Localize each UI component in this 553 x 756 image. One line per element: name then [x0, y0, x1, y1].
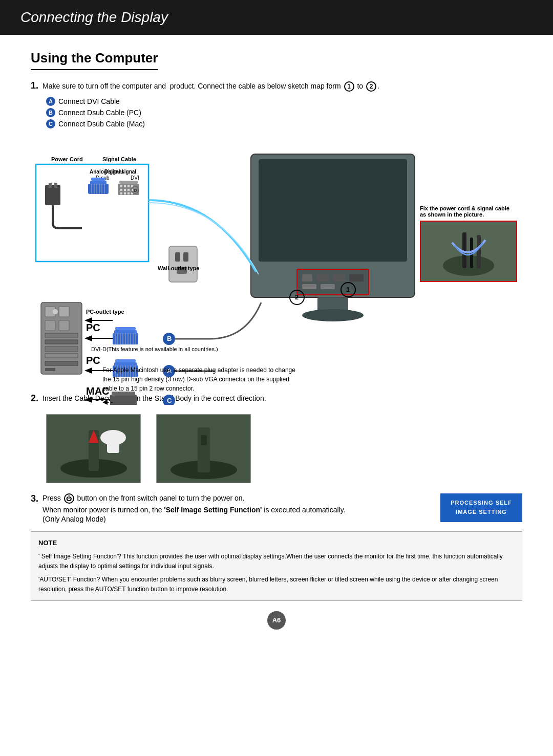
badge-a: A: [46, 97, 55, 106]
svg-rect-109: [333, 274, 345, 282]
svg-rect-11: [90, 181, 107, 185]
svg-rect-35: [169, 246, 197, 282]
svg-point-118: [443, 255, 494, 276]
svg-rect-47: [45, 340, 78, 344]
step3-analog-mode: (Only Analog Mode): [42, 515, 106, 523]
svg-rect-23: [127, 185, 130, 187]
cable-c-text: Connect Dsub Cable (Mac): [58, 120, 145, 128]
circle-1: 1: [344, 81, 354, 92]
svg-rect-43: [59, 307, 69, 317]
cable-list: A Connect DVI Cable B Connect Dsub Cable…: [46, 97, 522, 128]
note-title: NOTE: [38, 538, 515, 549]
svg-rect-130: [198, 427, 210, 472]
step2-photo-2: [156, 414, 251, 483]
svg-rect-22: [124, 185, 126, 187]
svg-text:Wall-outlet type: Wall-outlet type: [158, 265, 199, 271]
svg-point-102: [302, 309, 364, 321]
note-content1: ' Self Image Setting Function'? This fun…: [38, 552, 515, 571]
svg-rect-7: [45, 185, 60, 205]
svg-rect-29: [120, 192, 122, 195]
callout-box: Fix the power cord & signal cable as sho…: [420, 205, 517, 282]
step1-content: 1. Make sure to turn off the computer an…: [31, 80, 522, 128]
self-image-line1: PROCESSING SELF: [449, 499, 514, 508]
svg-rect-60: [115, 327, 136, 330]
svg-text:PC: PC: [86, 355, 100, 366]
svg-rect-110: [349, 274, 364, 282]
step1-desc: Make sure to turn off the computer and p…: [42, 80, 379, 92]
page-title: Connecting the Display: [20, 9, 533, 26]
callout-photo: [420, 221, 517, 282]
svg-rect-36: [175, 252, 180, 262]
svg-rect-45: [59, 320, 69, 331]
svg-text:Power Cord: Power Cord: [51, 156, 83, 162]
step3-text-after: button on the front switch panel to turn…: [77, 494, 245, 502]
svg-rect-37: [183, 252, 188, 262]
svg-rect-46: [45, 333, 78, 337]
svg-text:DVI-D(This feature is not avai: DVI-D(This feature is not available in a…: [91, 346, 218, 352]
cable-item-b: B Connect Dsub Cable (PC): [46, 108, 522, 117]
svg-rect-21: [120, 185, 122, 187]
svg-rect-27: [127, 189, 130, 191]
svg-rect-20: [119, 181, 138, 184]
svg-rect-10: [88, 184, 109, 194]
self-image-box: PROCESSING SELF IMAGE SETTING: [440, 493, 522, 522]
svg-marker-56: [84, 335, 92, 341]
svg-rect-112: [321, 284, 335, 289]
svg-text:C: C: [167, 397, 172, 404]
cable-item-a: A Connect DVI Cable: [46, 97, 522, 106]
svg-text:B: B: [167, 335, 172, 342]
step1-number: 1.: [31, 80, 38, 91]
callout-text: Fix the power cord & signal cable as sho…: [420, 205, 517, 218]
svg-rect-30: [124, 192, 126, 195]
svg-rect-108: [316, 274, 329, 282]
svg-marker-74: [84, 368, 92, 374]
step3-number: 3.: [31, 493, 38, 504]
svg-rect-121: [477, 235, 481, 268]
svg-rect-111: [302, 284, 316, 289]
svg-rect-50: [45, 361, 78, 365]
svg-text:1: 1: [346, 286, 350, 293]
cable-a-text: Connect DVI Cable: [58, 97, 120, 105]
step3-bold: 'Self Image Setting Function': [164, 506, 262, 514]
svg-rect-106: [297, 269, 369, 295]
cable-item-c: C Connect Dsub Cable (Mac): [46, 119, 522, 128]
svg-rect-25: [120, 189, 122, 191]
note-content2: 'AUTO/SET' Function? When you encounter …: [38, 575, 515, 594]
badge-c: C: [46, 119, 55, 128]
svg-text:PC-outlet type: PC-outlet type: [86, 309, 124, 315]
svg-rect-127: [107, 438, 119, 453]
circle-2: 2: [366, 81, 376, 92]
svg-rect-107: [302, 274, 312, 282]
svg-rect-8: [49, 183, 52, 188]
svg-rect-78: [115, 359, 136, 362]
main-diagram: Power Cord Signal Cable Analog signal D-…: [31, 139, 522, 393]
svg-text:Digital signal: Digital signal: [104, 169, 136, 175]
step3-content: Press ⏻ button on the front switch panel…: [42, 493, 522, 523]
svg-rect-131: [201, 435, 207, 445]
svg-rect-48: [45, 347, 78, 352]
svg-text:Signal Cable: Signal Cable: [102, 156, 136, 162]
svg-rect-49: [45, 354, 78, 358]
note-box: NOTE ' Self Image Setting Function'? Thi…: [31, 531, 522, 601]
svg-marker-91: [84, 397, 92, 403]
step2-photo-1: [46, 414, 141, 483]
svg-rect-105: [259, 159, 407, 262]
page-badge: A6: [267, 611, 286, 630]
page-number-area: A6: [31, 611, 522, 630]
svg-text:2: 2: [295, 293, 299, 301]
cable-b-text: Connect Dsub Cable (PC): [58, 109, 141, 117]
svg-text:PC: PC: [86, 322, 100, 333]
step2-images: [46, 414, 522, 483]
section-title: Using the Computer: [31, 50, 158, 70]
self-image-line2: IMAGE SETTING: [449, 508, 514, 517]
power-icon: ⏻: [64, 493, 74, 504]
svg-rect-9: [54, 183, 57, 188]
header-bar: Connecting the Display: [0, 0, 553, 35]
svg-rect-93: [110, 395, 137, 405]
svg-text:DVI: DVI: [131, 175, 139, 181]
svg-rect-51: [45, 368, 55, 371]
svg-point-42: [53, 309, 58, 314]
step3-row: 3. Press ⏻ button on the front switch pa…: [31, 493, 522, 523]
svg-marker-98: [102, 400, 108, 405]
badge-b: B: [46, 108, 55, 117]
